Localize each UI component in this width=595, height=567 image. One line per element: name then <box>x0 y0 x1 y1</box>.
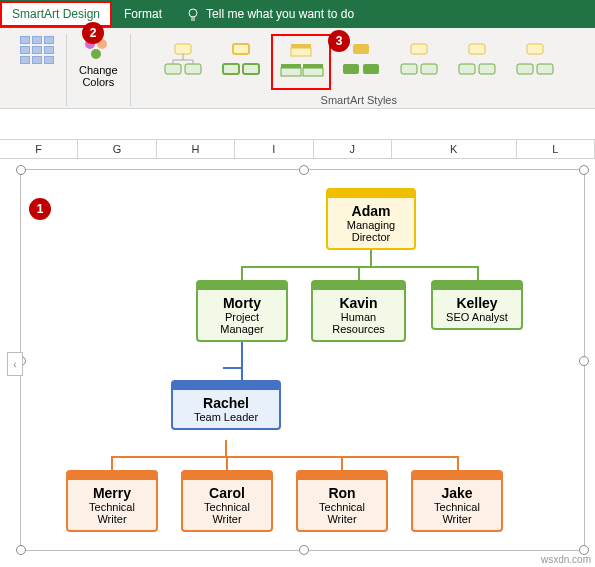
node-title: SEO Analyst <box>441 311 513 323</box>
svg-point-5 <box>91 49 101 59</box>
svg-rect-29 <box>459 64 475 74</box>
node-title: Project Manager <box>206 311 278 335</box>
svg-rect-24 <box>363 64 379 74</box>
styles-group-label: SmartArt Styles <box>321 94 397 106</box>
node-title: Human Resources <box>321 311 396 335</box>
style-option-5[interactable] <box>391 34 447 86</box>
org-node-kavin[interactable]: KavinHuman Resources <box>311 280 406 342</box>
col-header[interactable]: I <box>235 140 313 158</box>
style-option-1[interactable] <box>155 34 211 86</box>
svg-rect-31 <box>527 44 543 54</box>
tab-format[interactable]: Format <box>112 1 174 27</box>
style-option-6[interactable] <box>449 34 505 86</box>
org-node-jake[interactable]: JakeTechnical Writer <box>411 470 503 532</box>
svg-rect-33 <box>537 64 553 74</box>
tell-me-text: Tell me what you want to do <box>206 7 354 21</box>
org-node-carol[interactable]: CarolTechnical Writer <box>181 470 273 532</box>
watermark-text: wsxdn.com <box>541 554 591 559</box>
svg-rect-13 <box>233 44 249 54</box>
col-header[interactable]: K <box>392 140 517 158</box>
col-header[interactable]: G <box>78 140 156 158</box>
svg-rect-28 <box>469 44 485 54</box>
col-header[interactable]: F <box>0 140 78 158</box>
node-name: Kavin <box>321 295 396 311</box>
node-name: Adam <box>336 203 406 219</box>
change-colors-label: Change Colors <box>79 64 118 88</box>
svg-rect-17 <box>291 48 311 56</box>
column-headers: F G H I J K L <box>0 139 595 159</box>
svg-rect-20 <box>303 64 323 68</box>
worksheet-area: F G H I J K L ‹ 1 <box>0 139 595 559</box>
node-name: Merry <box>76 485 148 501</box>
smartart-styles-group: SmartArt Styles <box>131 34 587 106</box>
change-colors-group: Change Colors <box>67 34 131 106</box>
node-name: Carol <box>191 485 263 501</box>
style-gallery <box>155 34 563 90</box>
node-title: Technical Writer <box>191 501 263 525</box>
callout-badge-2: 2 <box>82 22 104 44</box>
node-title: Team Leader <box>181 411 271 423</box>
svg-point-0 <box>189 9 197 17</box>
org-chart: AdamManaging Director MortyProject Manag… <box>21 170 584 550</box>
layouts-group <box>8 34 67 106</box>
node-title: Technical Writer <box>76 501 148 525</box>
svg-rect-19 <box>281 68 301 76</box>
lightbulb-icon <box>186 7 200 21</box>
node-name: Morty <box>206 295 278 311</box>
svg-rect-25 <box>411 44 427 54</box>
layout-thumbnail[interactable] <box>16 34 58 66</box>
tell-me-search[interactable]: Tell me what you want to do <box>174 7 366 21</box>
style-option-7[interactable] <box>507 34 563 86</box>
svg-rect-26 <box>401 64 417 74</box>
svg-rect-32 <box>517 64 533 74</box>
org-node-adam[interactable]: AdamManaging Director <box>326 188 416 250</box>
org-node-ron[interactable]: RonTechnical Writer <box>296 470 388 532</box>
smartart-canvas[interactable]: ‹ 1 AdamManaging Director MortyProject M… <box>20 169 585 551</box>
svg-rect-15 <box>243 64 259 74</box>
col-header[interactable]: L <box>517 140 595 158</box>
node-name: Jake <box>421 485 493 501</box>
node-title: Technical Writer <box>306 501 378 525</box>
svg-rect-14 <box>223 64 239 74</box>
svg-rect-23 <box>343 64 359 74</box>
style-option-3-selected[interactable] <box>271 34 331 90</box>
org-node-rachel[interactable]: RachelTeam Leader <box>171 380 281 430</box>
org-node-merry[interactable]: MerryTechnical Writer <box>66 470 158 532</box>
style-option-2[interactable] <box>213 34 269 86</box>
node-title: Technical Writer <box>421 501 493 525</box>
node-name: Kelley <box>441 295 513 311</box>
node-name: Ron <box>306 485 378 501</box>
node-title: Managing Director <box>336 219 406 243</box>
org-node-kelley[interactable]: KelleySEO Analyst <box>431 280 523 330</box>
node-name: Rachel <box>181 395 271 411</box>
svg-rect-21 <box>303 68 323 76</box>
svg-rect-7 <box>165 64 181 74</box>
org-node-morty[interactable]: MortyProject Manager <box>196 280 288 342</box>
svg-rect-18 <box>281 64 301 68</box>
svg-rect-6 <box>175 44 191 54</box>
svg-rect-22 <box>353 44 369 54</box>
svg-rect-30 <box>479 64 495 74</box>
svg-rect-27 <box>421 64 437 74</box>
col-header[interactable]: H <box>157 140 235 158</box>
svg-rect-16 <box>291 44 311 48</box>
callout-badge-3: 3 <box>328 30 350 52</box>
svg-rect-8 <box>185 64 201 74</box>
col-header[interactable]: J <box>314 140 392 158</box>
